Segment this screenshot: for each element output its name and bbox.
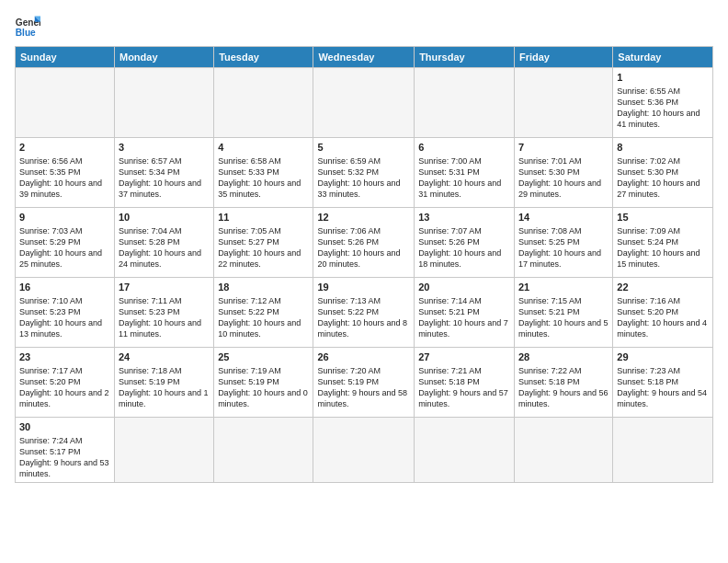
calendar-week-row: 2Sunrise: 6:56 AM Sunset: 5:35 PM Daylig…: [16, 138, 713, 208]
day-number: 24: [119, 350, 210, 364]
calendar-cell: [114, 68, 213, 138]
day-info: Sunrise: 7:17 AM Sunset: 5:20 PM Dayligh…: [19, 365, 110, 410]
calendar-cell: 25Sunrise: 7:19 AM Sunset: 5:19 PM Dayli…: [214, 348, 313, 418]
day-info: Sunrise: 7:01 AM Sunset: 5:30 PM Dayligh…: [518, 155, 609, 201]
day-number: 13: [418, 211, 510, 224]
calendar-table: SundayMondayTuesdayWednesdayThursdayFrid…: [15, 46, 713, 483]
day-info: Sunrise: 7:03 AM Sunset: 5:29 PM Dayligh…: [19, 225, 110, 270]
calendar-cell: 26Sunrise: 7:20 AM Sunset: 5:19 PM Dayli…: [313, 348, 415, 418]
day-number: 27: [418, 350, 510, 364]
day-info: Sunrise: 7:11 AM Sunset: 5:23 PM Dayligh…: [119, 295, 210, 340]
calendar-cell: [214, 418, 313, 483]
day-number: 8: [617, 141, 709, 155]
column-header-friday: Friday: [514, 47, 612, 68]
calendar-cell: 28Sunrise: 7:22 AM Sunset: 5:18 PM Dayli…: [514, 348, 612, 418]
day-number: 28: [518, 350, 609, 364]
day-info: Sunrise: 7:00 AM Sunset: 5:31 PM Dayligh…: [418, 155, 510, 201]
calendar-cell: 2Sunrise: 6:56 AM Sunset: 5:35 PM Daylig…: [16, 138, 115, 208]
calendar-cell: 24Sunrise: 7:18 AM Sunset: 5:19 PM Dayli…: [114, 348, 213, 418]
calendar-cell: [415, 68, 515, 138]
calendar-cell: 19Sunrise: 7:13 AM Sunset: 5:22 PM Dayli…: [313, 278, 415, 348]
calendar-week-row: 23Sunrise: 7:17 AM Sunset: 5:20 PM Dayli…: [16, 348, 713, 418]
calendar-week-row: 9Sunrise: 7:03 AM Sunset: 5:29 PM Daylig…: [16, 208, 713, 278]
day-number: 3: [119, 141, 210, 155]
calendar-cell: 1Sunrise: 6:55 AM Sunset: 5:36 PM Daylig…: [613, 68, 713, 138]
calendar-cell: [415, 418, 515, 483]
calendar-cell: 12Sunrise: 7:06 AM Sunset: 5:26 PM Dayli…: [313, 208, 415, 278]
calendar-cell: [613, 418, 713, 483]
calendar-week-row: 1Sunrise: 6:55 AM Sunset: 5:36 PM Daylig…: [16, 68, 713, 138]
column-header-monday: Monday: [114, 47, 213, 68]
day-info: Sunrise: 7:14 AM Sunset: 5:21 PM Dayligh…: [418, 295, 510, 340]
calendar-cell: 9Sunrise: 7:03 AM Sunset: 5:29 PM Daylig…: [16, 208, 115, 278]
day-info: Sunrise: 7:05 AM Sunset: 5:27 PM Dayligh…: [218, 225, 309, 270]
calendar-cell: 14Sunrise: 7:08 AM Sunset: 5:25 PM Dayli…: [514, 208, 612, 278]
calendar-cell: 17Sunrise: 7:11 AM Sunset: 5:23 PM Dayli…: [114, 278, 213, 348]
day-number: 14: [518, 211, 609, 224]
day-number: 6: [418, 141, 510, 155]
day-number: 26: [317, 350, 410, 364]
day-info: Sunrise: 7:16 AM Sunset: 5:20 PM Dayligh…: [617, 295, 709, 340]
day-info: Sunrise: 7:07 AM Sunset: 5:26 PM Dayligh…: [418, 225, 510, 270]
calendar-cell: [514, 68, 612, 138]
calendar-header-row: SundayMondayTuesdayWednesdayThursdayFrid…: [16, 47, 713, 68]
day-info: Sunrise: 7:06 AM Sunset: 5:26 PM Dayligh…: [317, 225, 410, 270]
day-number: 2: [19, 141, 110, 155]
day-number: 16: [19, 281, 110, 294]
day-info: Sunrise: 7:12 AM Sunset: 5:22 PM Dayligh…: [218, 295, 309, 340]
logo: General Blue: [15, 15, 40, 40]
day-number: 30: [19, 420, 110, 434]
day-info: Sunrise: 7:13 AM Sunset: 5:22 PM Dayligh…: [317, 295, 410, 340]
day-info: Sunrise: 6:59 AM Sunset: 5:32 PM Dayligh…: [317, 155, 410, 201]
column-header-sunday: Sunday: [16, 47, 115, 68]
calendar-cell: 7Sunrise: 7:01 AM Sunset: 5:30 PM Daylig…: [514, 138, 612, 208]
calendar-cell: 23Sunrise: 7:17 AM Sunset: 5:20 PM Dayli…: [16, 348, 115, 418]
column-header-saturday: Saturday: [613, 47, 713, 68]
day-number: 25: [218, 350, 309, 364]
day-info: Sunrise: 7:08 AM Sunset: 5:25 PM Dayligh…: [518, 225, 609, 270]
calendar-cell: 16Sunrise: 7:10 AM Sunset: 5:23 PM Dayli…: [16, 278, 115, 348]
day-number: 15: [617, 211, 709, 224]
day-info: Sunrise: 7:02 AM Sunset: 5:30 PM Dayligh…: [617, 155, 709, 201]
column-header-tuesday: Tuesday: [214, 47, 313, 68]
calendar-cell: 5Sunrise: 6:59 AM Sunset: 5:32 PM Daylig…: [313, 138, 415, 208]
day-number: 11: [218, 211, 309, 224]
day-info: Sunrise: 6:58 AM Sunset: 5:33 PM Dayligh…: [218, 155, 309, 201]
calendar-cell: 13Sunrise: 7:07 AM Sunset: 5:26 PM Dayli…: [415, 208, 515, 278]
logo-icon: General Blue: [15, 15, 40, 40]
day-number: 23: [19, 350, 110, 364]
calendar-cell: 18Sunrise: 7:12 AM Sunset: 5:22 PM Dayli…: [214, 278, 313, 348]
day-info: Sunrise: 6:57 AM Sunset: 5:34 PM Dayligh…: [119, 155, 210, 201]
calendar-cell: 15Sunrise: 7:09 AM Sunset: 5:24 PM Dayli…: [613, 208, 713, 278]
column-header-thursday: Thursday: [415, 47, 515, 68]
calendar-cell: [313, 418, 415, 483]
day-number: 29: [617, 350, 709, 364]
column-header-wednesday: Wednesday: [313, 47, 415, 68]
calendar-cell: 6Sunrise: 7:00 AM Sunset: 5:31 PM Daylig…: [415, 138, 515, 208]
day-info: Sunrise: 7:10 AM Sunset: 5:23 PM Dayligh…: [19, 295, 110, 340]
day-number: 22: [617, 281, 709, 294]
day-info: Sunrise: 7:22 AM Sunset: 5:18 PM Dayligh…: [518, 365, 609, 410]
day-info: Sunrise: 7:19 AM Sunset: 5:19 PM Dayligh…: [218, 365, 309, 410]
calendar-cell: 11Sunrise: 7:05 AM Sunset: 5:27 PM Dayli…: [214, 208, 313, 278]
header: General Blue: [15, 11, 713, 40]
day-number: 9: [19, 211, 110, 224]
day-number: 19: [317, 281, 410, 294]
calendar-cell: 8Sunrise: 7:02 AM Sunset: 5:30 PM Daylig…: [613, 138, 713, 208]
day-number: 21: [518, 281, 609, 294]
page: General Blue SundayMondayTuesdayWednesda…: [0, 0, 728, 490]
day-number: 1: [617, 71, 709, 85]
calendar-cell: [514, 418, 612, 483]
day-info: Sunrise: 7:24 AM Sunset: 5:17 PM Dayligh…: [19, 435, 110, 480]
calendar-week-row: 30Sunrise: 7:24 AM Sunset: 5:17 PM Dayli…: [16, 418, 713, 483]
calendar-cell: [16, 68, 115, 138]
calendar-cell: 20Sunrise: 7:14 AM Sunset: 5:21 PM Dayli…: [415, 278, 515, 348]
day-number: 18: [218, 281, 309, 294]
calendar-cell: 10Sunrise: 7:04 AM Sunset: 5:28 PM Dayli…: [114, 208, 213, 278]
day-number: 4: [218, 141, 309, 155]
day-info: Sunrise: 7:09 AM Sunset: 5:24 PM Dayligh…: [617, 225, 709, 270]
calendar-cell: 22Sunrise: 7:16 AM Sunset: 5:20 PM Dayli…: [613, 278, 713, 348]
calendar-cell: 3Sunrise: 6:57 AM Sunset: 5:34 PM Daylig…: [114, 138, 213, 208]
day-number: 10: [119, 211, 210, 224]
calendar-week-row: 16Sunrise: 7:10 AM Sunset: 5:23 PM Dayli…: [16, 278, 713, 348]
